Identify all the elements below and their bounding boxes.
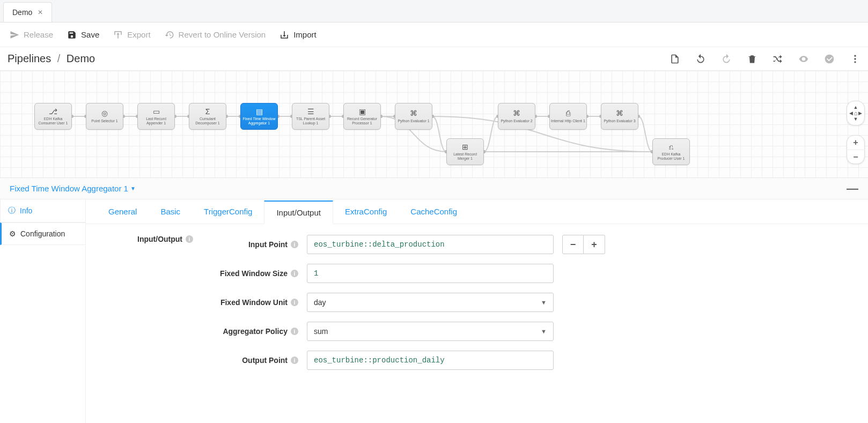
import-button[interactable]: Import bbox=[279, 30, 317, 40]
editor-tab-bar: Demo ✕ bbox=[0, 0, 868, 23]
pipeline-node[interactable]: ▤Fixed Time Window Aggregator 1 bbox=[240, 103, 278, 130]
node-label: EDH Kafka Consumer User 1 bbox=[36, 117, 70, 125]
save-label: Save bbox=[81, 30, 99, 39]
window-unit-select[interactable]: day ▼ bbox=[307, 293, 554, 312]
export-icon bbox=[113, 30, 123, 40]
subtab-general[interactable]: General bbox=[97, 201, 149, 224]
undo-icon[interactable] bbox=[695, 54, 706, 64]
pipeline-node[interactable]: ▣Record Generator Processor 1 bbox=[343, 103, 381, 130]
config-panel-header: Fixed Time Window Aggregator 1 ▼ — bbox=[0, 178, 868, 199]
pipeline-node[interactable]: ⎇EDH Kafka Consumer User 1 bbox=[34, 103, 72, 130]
subtab-input-output[interactable]: Input/Output bbox=[264, 201, 333, 224]
export-label: Export bbox=[127, 30, 150, 39]
document-icon[interactable] bbox=[670, 54, 680, 64]
toolbar: Release Save Export Revert to Online Ver… bbox=[0, 23, 868, 47]
pipeline-node[interactable]: ☰TSL Parent Asset Lookup 1 bbox=[292, 103, 329, 130]
breadcrumb-current: Demo bbox=[67, 53, 95, 64]
eye-icon[interactable] bbox=[798, 54, 809, 64]
node-label: TSL Parent Asset Lookup 1 bbox=[293, 117, 328, 125]
help-icon[interactable]: i bbox=[291, 241, 298, 248]
policy-select[interactable]: sum ▼ bbox=[307, 322, 554, 341]
help-icon[interactable]: i bbox=[291, 299, 298, 306]
policy-label: Aggregator Policy i bbox=[202, 326, 298, 336]
config-right-pane: GeneralBasicTriggerConfigInput/OutputExt… bbox=[86, 199, 868, 423]
node-label: Internal Http Client 1 bbox=[551, 119, 585, 123]
node-label: Record Generator Processor 1 bbox=[345, 117, 379, 125]
subtab-basic[interactable]: Basic bbox=[149, 201, 192, 224]
node-label: Python Evaluator 2 bbox=[501, 119, 532, 123]
input-point-field[interactable] bbox=[307, 235, 554, 254]
close-icon[interactable]: ✕ bbox=[38, 9, 43, 16]
pipeline-canvas[interactable]: ⎇EDH Kafka Consumer User 1◎Point Selecto… bbox=[0, 71, 868, 177]
canvas-actions bbox=[670, 54, 860, 64]
node-label: Cumulant Decomposer 1 bbox=[190, 117, 225, 125]
pipeline-node[interactable]: ⌘Python Evaluator 3 bbox=[601, 103, 638, 130]
form-area: Input/Output i Input Point i − + bbox=[86, 224, 868, 390]
save-button[interactable]: Save bbox=[67, 30, 99, 40]
pipeline-node[interactable]: ⎙Internal Http Client 1 bbox=[549, 103, 587, 130]
window-size-field[interactable] bbox=[307, 264, 554, 283]
left-tab-info[interactable]: ⓘ Info bbox=[0, 199, 85, 222]
node-icon: ⎌ bbox=[669, 143, 673, 151]
left-tab-config-label: Configuration bbox=[20, 229, 65, 238]
output-point-field[interactable] bbox=[307, 351, 554, 370]
node-icon: ⎇ bbox=[49, 108, 57, 116]
window-unit-value: day bbox=[314, 298, 326, 307]
node-icon: ⌘ bbox=[616, 109, 623, 117]
release-button[interactable]: Release bbox=[10, 30, 53, 40]
release-label: Release bbox=[24, 30, 53, 39]
breadcrumb-bar: Pipelines / Demo bbox=[0, 47, 868, 71]
remove-item-button[interactable]: − bbox=[562, 235, 584, 254]
subtab-triggerconfig[interactable]: TriggerConfig bbox=[192, 201, 264, 224]
pipeline-node[interactable]: ▭Last Record Appender 1 bbox=[137, 103, 175, 130]
help-icon[interactable]: i bbox=[186, 235, 193, 243]
window-size-label: Fixed Window Size i bbox=[202, 269, 298, 278]
config-panel-body: ⓘ Info ⚙ Configuration GeneralBasicTrigg… bbox=[0, 199, 868, 423]
pipeline-node[interactable]: ⌘Python Evaluator 1 bbox=[395, 103, 432, 130]
node-icon: ▤ bbox=[256, 108, 263, 116]
redo-icon[interactable] bbox=[721, 54, 732, 64]
breadcrumb-root[interactable]: Pipelines bbox=[8, 53, 51, 64]
gear-icon: ⚙ bbox=[9, 229, 16, 238]
node-icon: ☰ bbox=[307, 108, 314, 116]
import-icon bbox=[279, 30, 289, 40]
help-icon[interactable]: i bbox=[291, 328, 298, 335]
save-icon bbox=[67, 30, 77, 40]
revert-button[interactable]: Revert to Online Version bbox=[165, 30, 266, 40]
zoom-in-button[interactable]: + bbox=[847, 136, 865, 150]
svg-point-0 bbox=[854, 55, 856, 56]
export-button[interactable]: Export bbox=[113, 30, 150, 40]
node-icon: ▭ bbox=[153, 108, 160, 116]
pipeline-node[interactable]: ⌘Python Evaluator 2 bbox=[498, 103, 535, 130]
check-circle-icon[interactable] bbox=[824, 54, 835, 64]
pipeline-node[interactable]: ⎌EDH Kafka Producer User 1 bbox=[652, 138, 690, 165]
pipeline-node[interactable]: ΣCumulant Decomposer 1 bbox=[189, 103, 226, 130]
node-icon: ⌘ bbox=[513, 109, 520, 117]
add-item-button[interactable]: + bbox=[584, 235, 605, 254]
info-icon: ⓘ bbox=[8, 206, 16, 216]
node-label: Python Evaluator 3 bbox=[604, 119, 635, 123]
pipeline-node[interactable]: ◎Point Selector 1 bbox=[86, 103, 123, 130]
zoom-out-button[interactable]: − bbox=[847, 150, 865, 164]
subtab-cacheconfig[interactable]: CacheConfig bbox=[399, 201, 469, 224]
import-label: Import bbox=[293, 30, 317, 39]
revert-label: Revert to Online Version bbox=[179, 30, 266, 39]
node-icon: ◎ bbox=[101, 109, 108, 117]
shuffle-icon[interactable] bbox=[773, 54, 783, 64]
config-left-pane: ⓘ Info ⚙ Configuration bbox=[0, 199, 86, 423]
trash-icon[interactable] bbox=[747, 54, 757, 64]
minimize-panel-button[interactable]: — bbox=[847, 182, 858, 196]
editor-tab-demo[interactable]: Demo ✕ bbox=[3, 2, 52, 22]
node-icon: ⊞ bbox=[462, 143, 468, 151]
node-icon: ▣ bbox=[359, 108, 366, 116]
more-vertical-icon[interactable] bbox=[850, 54, 860, 64]
subtab-extraconfig[interactable]: ExtraConfig bbox=[333, 201, 399, 224]
node-label: Point Selector 1 bbox=[91, 119, 117, 123]
selected-node-dropdown[interactable]: Fixed Time Window Aggregator 1 ▼ bbox=[10, 184, 136, 193]
help-icon[interactable]: i bbox=[291, 270, 298, 277]
canvas-pan-control[interactable]: ▲ ◀⌂▶ ▼ bbox=[847, 101, 865, 125]
help-icon[interactable]: i bbox=[291, 357, 298, 364]
pipeline-node[interactable]: ⊞Latest Record Merger 1 bbox=[446, 138, 484, 165]
left-tab-configuration[interactable]: ⚙ Configuration bbox=[0, 222, 85, 245]
node-label: Latest Record Merger 1 bbox=[448, 152, 482, 160]
